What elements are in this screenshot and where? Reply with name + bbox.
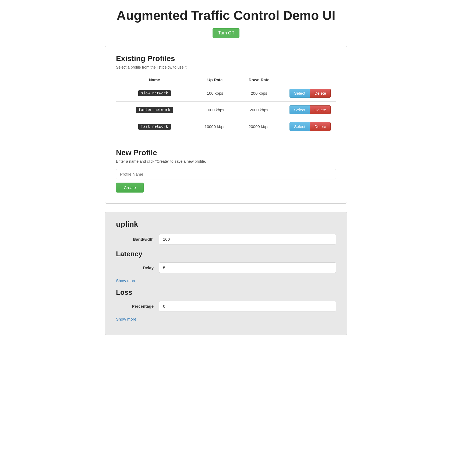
main-card: Existing Profiles Select a profile from … [105, 46, 347, 204]
loss-title: Loss [116, 288, 336, 297]
new-profile-section: New Profile Enter a name and click "Crea… [116, 148, 336, 193]
section-divider [116, 143, 336, 143]
turn-off-button[interactable]: Turn Off [213, 28, 239, 38]
create-button[interactable]: Create [116, 183, 144, 193]
col-header-name: Name [116, 75, 193, 85]
profile-name-cell: fast network [116, 118, 193, 135]
profile-uprate-cell: 10000 kbps [193, 118, 237, 135]
profiles-table: Name Up Rate Down Rate slow network100 k… [116, 75, 336, 135]
delay-row: Delay [116, 262, 336, 273]
table-header-row: Name Up Rate Down Rate [116, 75, 336, 85]
profile-name-cell: faster network [116, 102, 193, 118]
latency-title: Latency [116, 250, 336, 258]
profile-name-cell: slow network [116, 85, 193, 102]
new-profile-subtitle: Enter a name and click "Create" to save … [116, 159, 336, 164]
select-button[interactable]: Select [289, 89, 310, 98]
delete-button[interactable]: Delete [310, 105, 331, 114]
percentage-label: Percentage [116, 304, 159, 308]
uplink-title: uplink [116, 220, 336, 229]
select-button[interactable]: Select [289, 122, 310, 131]
profile-uprate-cell: 1000 kbps [193, 102, 237, 118]
turn-off-wrapper: Turn Off [5, 28, 447, 38]
profile-badge: slow network [138, 90, 171, 96]
new-profile-title: New Profile [116, 148, 336, 157]
bandwidth-input[interactable] [159, 234, 336, 244]
profile-actions-cell: SelectDelete [281, 85, 336, 102]
delay-input[interactable] [159, 262, 336, 273]
show-more-latency-link[interactable]: Show more [116, 278, 136, 283]
profile-name-input[interactable] [116, 169, 336, 179]
settings-card: uplink Bandwidth Latency Delay Show more… [105, 212, 347, 335]
bandwidth-row: Bandwidth [116, 234, 336, 244]
table-row: slow network100 kbps200 kbpsSelectDelete [116, 85, 336, 102]
select-button[interactable]: Select [289, 105, 310, 114]
col-header-actions [281, 75, 336, 85]
delete-button[interactable]: Delete [310, 122, 331, 131]
col-header-downrate: Down Rate [237, 75, 281, 85]
profile-downrate-cell: 20000 kbps [237, 118, 281, 135]
delete-button[interactable]: Delete [310, 89, 331, 98]
profile-uprate-cell: 100 kbps [193, 85, 237, 102]
bandwidth-label: Bandwidth [116, 237, 159, 241]
profile-actions-cell: SelectDelete [281, 118, 336, 135]
profile-actions-cell: SelectDelete [281, 102, 336, 118]
profile-badge: faster network [136, 107, 173, 113]
page-title: Augmented Traffic Control Demo UI [5, 8, 447, 23]
percentage-input[interactable] [159, 301, 336, 311]
table-row: faster network1000 kbps2000 kbpsSelectDe… [116, 102, 336, 118]
table-row: fast network10000 kbps20000 kbpsSelectDe… [116, 118, 336, 135]
existing-profiles-subtitle: Select a profile from the list below to … [116, 65, 336, 69]
profile-badge: fast network [138, 124, 171, 130]
existing-profiles-title: Existing Profiles [116, 54, 336, 63]
profile-downrate-cell: 2000 kbps [237, 102, 281, 118]
col-header-uprate: Up Rate [193, 75, 237, 85]
percentage-row: Percentage [116, 301, 336, 311]
show-more-loss-link[interactable]: Show more [116, 317, 136, 321]
delay-label: Delay [116, 265, 159, 270]
existing-profiles-section: Existing Profiles Select a profile from … [116, 54, 336, 135]
profile-downrate-cell: 200 kbps [237, 85, 281, 102]
